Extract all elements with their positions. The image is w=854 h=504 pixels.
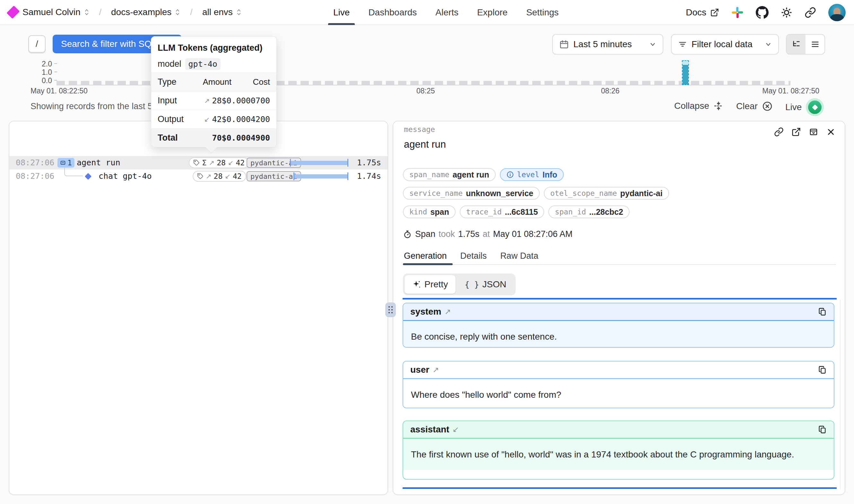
row-cost: $0.0000700: [221, 96, 270, 105]
theme-toggle-icon[interactable]: [781, 7, 792, 18]
timing-prefix: Span: [415, 229, 435, 239]
attr-value: agent run: [453, 170, 489, 179]
open-in-new-icon[interactable]: [792, 127, 801, 137]
panel-resize-grip[interactable]: [385, 302, 396, 317]
trace-time: 08:27:06: [16, 156, 54, 169]
message-text: Where does "hello world" come from?: [403, 379, 834, 408]
attr-value: ...28cbc2: [589, 208, 623, 217]
breadcrumb-project[interactable]: docs-examples: [111, 7, 180, 17]
x-label-0826: 08:26: [601, 87, 620, 95]
histogram-selected-bar[interactable]: [682, 60, 689, 85]
copy-icon[interactable]: [818, 365, 827, 374]
attr-span-id[interactable]: span_id ...28cbc2: [548, 205, 630, 218]
breadcrumb-separator: /: [99, 7, 102, 17]
trace-row-chat-gpt-4o[interactable]: 08:27:06 chat gpt-4o ↗ 28 ↙ 42 pydantic-…: [9, 169, 387, 183]
close-panel-icon[interactable]: [826, 127, 836, 137]
render-mode-toggle: Pretty { } JSON: [403, 273, 515, 295]
records-histogram[interactable]: 2.0 1.0 0.0 May 01. 08:22:50 08:25 08:26…: [0, 60, 854, 102]
dock-panel-icon[interactable]: [809, 127, 818, 137]
github-icon[interactable]: [756, 6, 769, 19]
nav-live[interactable]: Live: [333, 0, 350, 25]
detail-tabs: Generation Details Raw Data: [404, 251, 539, 261]
collapse-icon: [713, 101, 724, 111]
pretty-toggle[interactable]: Pretty: [404, 275, 456, 294]
breadcrumb-org[interactable]: Samuel Colvin: [22, 7, 90, 17]
nav-settings[interactable]: Settings: [526, 0, 559, 25]
span-diamond-icon: [85, 173, 91, 180]
span-name: chat gpt-4o: [98, 169, 152, 183]
user-avatar[interactable]: [828, 4, 846, 21]
nav-alerts[interactable]: Alerts: [435, 0, 458, 25]
breadcrumb: Samuel Colvin / docs-examples / all envs: [9, 7, 242, 17]
live-status-orb: [806, 98, 824, 116]
row-type: Output: [158, 114, 189, 124]
token-usage-pill[interactable]: Σ ↗ 28 ↙ 42: [189, 157, 249, 168]
row-type: Total: [158, 133, 189, 143]
tab-raw-data[interactable]: Raw Data: [500, 251, 539, 261]
collapse-button[interactable]: Collapse: [674, 101, 724, 111]
docs-link[interactable]: Docs: [686, 7, 719, 18]
tree-view-toggle[interactable]: [786, 35, 805, 54]
x-label-end: May 01. 08:27:50: [762, 87, 819, 95]
tag-icon: [193, 160, 200, 166]
attr-span-name[interactable]: span_name agent run: [403, 168, 496, 181]
attr-kind[interactable]: kind span: [403, 205, 456, 218]
tokens-table-header: Type Amount Cost: [151, 73, 276, 91]
nav-dashboards[interactable]: Dashboards: [368, 0, 417, 25]
attr-service-name[interactable]: service_name unknown_service: [403, 187, 540, 200]
y-tick-2: 2.0: [32, 60, 52, 68]
tab-details[interactable]: Details: [460, 251, 487, 261]
copy-icon[interactable]: [818, 307, 827, 316]
attr-key: service_name: [409, 189, 462, 197]
slash-shortcut-key[interactable]: /: [28, 35, 46, 53]
y-tick-0: 0.0: [32, 76, 52, 85]
attr-level[interactable]: level Info: [500, 168, 564, 181]
clear-button[interactable]: Clear: [736, 101, 773, 112]
time-range-select[interactable]: Last 5 minutes: [552, 34, 663, 55]
filter-local-data-select[interactable]: Filter local data: [671, 34, 779, 55]
tokens-in: 28: [214, 172, 223, 180]
sigma-icon: Σ: [202, 159, 207, 167]
breadcrumb-env[interactable]: all envs: [202, 7, 242, 17]
collapse-children-badge[interactable]: 1: [57, 158, 74, 167]
token-usage-pill[interactable]: ↗ 28 ↙ 42: [193, 171, 246, 182]
detail-panel-actions: [774, 127, 836, 137]
scope-badge[interactable]: pydantic-ai: [247, 171, 301, 181]
arrow-up-right-icon: ↗: [209, 159, 215, 167]
clear-circle-x-icon: [762, 101, 773, 112]
message-card-header: system ↗: [403, 303, 834, 321]
trace-time: 08:27:06: [16, 169, 54, 183]
arrow-down-left-icon: ↙: [452, 425, 459, 434]
slack-icon[interactable]: [731, 6, 744, 19]
tokens-row-input: Input ↗ 28 $0.0000700: [151, 91, 276, 110]
scrollbar-track[interactable]: [840, 300, 840, 489]
attr-otel-scope-name[interactable]: otel_scope_name pydantic-ai: [544, 187, 669, 200]
attr-trace-id[interactable]: trace_id ...6c8115: [460, 205, 545, 218]
col-cost: Cost: [232, 77, 270, 87]
time-range-value: Last 5 minutes: [574, 39, 632, 50]
tab-generation[interactable]: Generation: [404, 251, 447, 261]
env-name: all envs: [202, 7, 233, 17]
y-tick-mark: [54, 63, 57, 64]
attr-value: unknown_service: [466, 189, 533, 198]
copy-icon[interactable]: [818, 425, 827, 434]
role-label: system: [410, 307, 441, 317]
tokens-out: 42: [233, 172, 242, 180]
attribute-row: kind span trace_id ...6c8115 span_id ...…: [403, 205, 630, 218]
nav-explore[interactable]: Explore: [477, 0, 508, 25]
tree-view-icon: [792, 40, 801, 49]
arrow-down-left-icon: ↙: [204, 115, 210, 123]
json-toggle[interactable]: { } JSON: [457, 275, 514, 294]
copy-link-icon[interactable]: [774, 127, 784, 137]
message-text: Be concise, reply with one sentence.: [403, 321, 834, 348]
attr-key: trace_id: [466, 208, 502, 216]
live-toggle[interactable]: Live: [785, 98, 824, 116]
attr-key: otel_scope_name: [550, 189, 617, 197]
y-tick-mark: [54, 80, 57, 80]
scroll-area-bottom-border: [403, 487, 837, 489]
scroll-area-top-border: [403, 298, 837, 300]
timing-at: at: [483, 229, 490, 239]
tree-connector: [64, 167, 83, 176]
list-view-toggle[interactable]: [805, 35, 824, 54]
share-link-icon[interactable]: [804, 7, 816, 18]
